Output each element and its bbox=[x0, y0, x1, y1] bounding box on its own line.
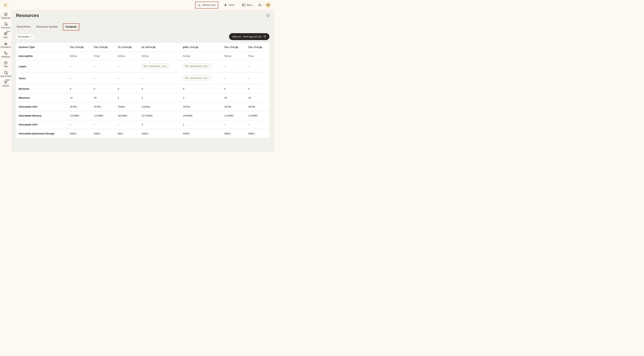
cell: 448Gi bbox=[246, 129, 270, 138]
tab-executions[interactable]: Executions bbox=[16, 23, 32, 30]
cell: — bbox=[246, 60, 270, 72]
sidebar-label: Apps bbox=[4, 36, 8, 38]
labels-chip[interactable]: k8s.amazonaws.com/a… bbox=[183, 64, 211, 69]
nav-cost[interactable]: Cost bbox=[222, 2, 236, 8]
cell: 4 bbox=[139, 120, 180, 129]
row-header-gpu: Allocatable GPU bbox=[16, 120, 67, 129]
cell: — bbox=[91, 120, 115, 129]
labels-chip[interactable]: k8s.amazonaws.com/a… bbox=[142, 64, 170, 69]
cell: 448Gi bbox=[67, 129, 91, 138]
cell: — bbox=[115, 72, 139, 84]
cell: True bbox=[246, 52, 270, 60]
sidebar-item-workspaces[interactable]: Workspaces bbox=[0, 42, 12, 48]
cell: False bbox=[115, 52, 139, 60]
sidebar-item-apps[interactable]: New Apps bbox=[0, 32, 12, 38]
cell: 10 bbox=[67, 94, 91, 102]
cell: 227700Mi bbox=[139, 111, 180, 120]
row-header-minimum: Minimum bbox=[16, 84, 67, 94]
row-header-taints: Taints bbox=[16, 72, 67, 84]
cell: 13700Mi bbox=[246, 111, 270, 120]
nav-resources[interactable]: Resources bbox=[195, 2, 218, 8]
tab-resource-quotas[interactable]: Resource Quotas bbox=[36, 23, 59, 30]
sidebar-item-workflows[interactable]: Workflows bbox=[0, 51, 12, 58]
col-header: t3a.xlarge bbox=[222, 43, 246, 52]
info-icon[interactable] bbox=[266, 14, 270, 17]
cell: — bbox=[246, 120, 270, 129]
row-header-cpu: Allocatable CPU bbox=[16, 102, 67, 111]
brand-logo[interactable] bbox=[3, 2, 8, 8]
taints-chip[interactable]: k8s.amazonaws.com/a… bbox=[183, 76, 211, 81]
top-navigation: Resources Cost Docs NB bbox=[195, 2, 271, 8]
nav-docs[interactable]: Docs bbox=[240, 2, 254, 8]
executions-icon bbox=[4, 22, 8, 26]
cell: 0 bbox=[180, 84, 222, 94]
sidebar-item-artifacts[interactable]: Alpha Artifacts bbox=[0, 80, 12, 87]
cell: 70 bbox=[91, 94, 115, 102]
main-content: Resources Executions Resource Quotas Com… bbox=[12, 10, 274, 152]
cell: k8s.amazonaws.com/a… bbox=[180, 60, 222, 72]
svg-rect-0 bbox=[243, 4, 245, 6]
cell: 448Gi bbox=[139, 129, 180, 138]
sidebar: Dashboard Executions New Apps Workspaces… bbox=[0, 10, 12, 152]
alpha-badge: Alpha bbox=[5, 79, 10, 81]
svg-point-14 bbox=[4, 81, 5, 82]
tab-compute[interactable]: Compute bbox=[63, 23, 80, 30]
cell: — bbox=[222, 60, 246, 72]
cell: 0 bbox=[222, 84, 246, 94]
cell: 10 bbox=[246, 94, 270, 102]
svg-rect-7 bbox=[6, 32, 7, 33]
table-row: Allocatable Ephemeral Storage448Gi448Gi8… bbox=[16, 129, 270, 138]
table-row: Maximum10705551010 bbox=[16, 94, 270, 102]
adjust-configuration-button[interactable]: Adjust configuration bbox=[229, 33, 270, 40]
cell: 3670m bbox=[67, 102, 91, 111]
header-instance-type: Instance Type bbox=[16, 43, 67, 52]
avatar[interactable]: NB bbox=[265, 2, 271, 8]
sidebar-item-dashboard[interactable]: Dashboard bbox=[0, 12, 12, 19]
cell: 1 bbox=[180, 120, 222, 129]
table-row: Taints————k8s.amazonaws.com/a…—— bbox=[16, 72, 270, 84]
sidebar-label: Tasks bbox=[3, 66, 8, 68]
table-row: Allocatable Memory13700Mi13700Mi56300Mi2… bbox=[16, 111, 270, 120]
launch-plans-icon bbox=[4, 71, 8, 74]
sidebar-item-executions[interactable]: Executions bbox=[0, 22, 12, 29]
col-header: i3.2xlarge bbox=[115, 43, 139, 52]
cell: False bbox=[222, 52, 246, 60]
sidebar-item-tasks[interactable]: Tasks bbox=[0, 61, 12, 68]
dollar-icon bbox=[224, 3, 227, 7]
cell: 31600m bbox=[139, 102, 180, 111]
cell: 0 bbox=[139, 84, 180, 94]
col-header: t3a.xlarge bbox=[91, 43, 115, 52]
cell: 13700Mi bbox=[222, 111, 246, 120]
svg-point-16 bbox=[6, 83, 6, 83]
cell: 3670m bbox=[180, 102, 222, 111]
cell: — bbox=[246, 72, 270, 84]
sidebar-label: Artifacts bbox=[2, 85, 9, 87]
cell: k8s.amazonaws.com/a… bbox=[139, 60, 180, 72]
cell: 448Gi bbox=[222, 129, 246, 138]
row-header-maximum: Maximum bbox=[16, 94, 67, 102]
external-link-icon bbox=[264, 35, 266, 38]
sidebar-item-launch-plans[interactable]: Launch Plans bbox=[0, 71, 12, 77]
new-badge: New bbox=[6, 30, 10, 32]
cell: 3670m bbox=[222, 102, 246, 111]
workflows-icon bbox=[4, 51, 8, 55]
cell: — bbox=[222, 72, 246, 84]
cell: 5 bbox=[115, 94, 139, 102]
row-header-storage: Allocatable Ephemeral Storage bbox=[16, 129, 67, 138]
avatar-initials: NB bbox=[267, 4, 270, 6]
cluster-filter-select[interactable]: All Clusters bbox=[16, 34, 35, 39]
tabs: Executions Resource Quotas Compute bbox=[16, 23, 270, 30]
cell: 0 bbox=[115, 84, 139, 94]
cluster-filter-label: All Clusters bbox=[18, 36, 30, 38]
col-header: t3a.xlarge bbox=[246, 43, 270, 52]
svg-point-2 bbox=[260, 5, 261, 6]
cell: 56300Mi bbox=[115, 111, 139, 120]
cell: False bbox=[67, 52, 91, 60]
user-settings-icon[interactable] bbox=[258, 3, 262, 7]
sidebar-label: Launch Plans bbox=[0, 75, 12, 77]
table-row: InterruptibleFalseTrueFalseFalseFalseFal… bbox=[16, 52, 270, 60]
col-header: p3.8xlarge bbox=[139, 43, 180, 52]
cell: 448Gi bbox=[180, 129, 222, 138]
cell: — bbox=[222, 120, 246, 129]
cell: 448Gi bbox=[91, 129, 115, 138]
